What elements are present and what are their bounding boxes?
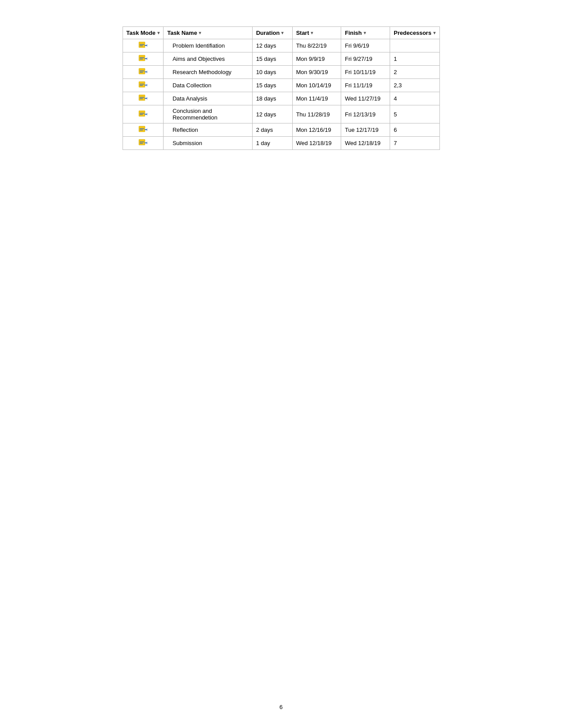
task-name-cell: Problem Identifiation	[164, 39, 253, 52]
task-mode-icon	[138, 41, 147, 49]
col-header-task-name[interactable]: Task Name ▾	[164, 27, 253, 39]
task-mode-cell	[123, 39, 164, 52]
col-header-finish[interactable]: Finish ▾	[341, 27, 390, 39]
task-name-cell: Conclusion andRecommendetion	[164, 105, 253, 123]
table-row[interactable]: Problem Identifiation12 daysThu 8/22/19F…	[123, 39, 439, 52]
duration-dropdown-icon[interactable]: ▾	[281, 30, 283, 35]
start-cell: Mon 9/30/19	[292, 66, 341, 79]
start-cell: Wed 12/18/19	[292, 137, 341, 150]
finish-header-label: Finish	[345, 30, 361, 36]
svg-rect-14	[140, 85, 143, 86]
task-name-dropdown-icon[interactable]: ▾	[199, 30, 201, 35]
task-name-cell: Data Analysis	[164, 92, 253, 105]
page-container: Task Mode ▾ Task Name ▾ Duration ▾	[0, 0, 562, 176]
task-mode-cell	[123, 66, 164, 79]
task-mode-cell	[123, 79, 164, 92]
duration-cell: 12 days	[252, 105, 292, 123]
svg-rect-5	[140, 57, 144, 58]
svg-rect-30	[140, 143, 143, 144]
finish-cell: Wed 11/27/19	[341, 92, 390, 105]
svg-rect-2	[140, 45, 143, 46]
duration-cell: 12 days	[252, 39, 292, 52]
finish-cell: Fri 9/6/19	[341, 39, 390, 52]
svg-rect-1	[140, 44, 144, 45]
task-mode-icon	[138, 94, 147, 102]
start-cell: Thu 11/28/19	[292, 105, 341, 123]
predecessors-cell: 5	[390, 105, 439, 123]
task-mode-cell	[123, 52, 164, 66]
task-name-cell: Submission	[164, 137, 253, 150]
table-row[interactable]: Data Collection15 daysMon 10/14/19Fri 11…	[123, 79, 439, 92]
col-header-task-mode[interactable]: Task Mode ▾	[123, 27, 164, 39]
start-cell: Mon 9/9/19	[292, 52, 341, 66]
finish-cell: Wed 12/18/19	[341, 137, 390, 150]
svg-rect-13	[140, 84, 144, 85]
duration-cell: 15 days	[252, 79, 292, 92]
page-number: 6	[279, 704, 283, 710]
start-cell: Thu 8/22/19	[292, 39, 341, 52]
table-row[interactable]: Data Analysis18 daysMon 11/4/19Wed 11/27…	[123, 92, 439, 105]
task-mode-header-label: Task Mode	[127, 30, 156, 36]
duration-cell: 1 day	[252, 137, 292, 150]
predecessors-dropdown-icon[interactable]: ▾	[433, 30, 435, 35]
task-mode-icon	[138, 67, 147, 75]
task-mode-dropdown-icon[interactable]: ▾	[157, 30, 160, 35]
table-row[interactable]: Conclusion andRecommendetion12 daysThu 1…	[123, 105, 439, 123]
task-name-cell: Aims and Objectives	[164, 52, 253, 66]
predecessors-header-label: Predecessors	[394, 30, 431, 36]
table-row[interactable]: Submission1 dayWed 12/18/19Wed 12/18/197	[123, 137, 439, 150]
finish-cell: Tue 12/17/19	[341, 123, 390, 137]
predecessors-cell	[390, 39, 439, 52]
table-row[interactable]: Research Methodology10 daysMon 9/30/19Fr…	[123, 66, 439, 79]
svg-rect-25	[140, 128, 144, 129]
predecessors-cell: 7	[390, 137, 439, 150]
svg-rect-9	[140, 71, 144, 71]
task-mode-icon	[138, 81, 147, 89]
col-header-duration[interactable]: Duration ▾	[252, 27, 292, 39]
finish-cell: Fri 9/27/19	[341, 52, 390, 66]
gantt-table: Task Mode ▾ Task Name ▾ Duration ▾	[123, 26, 440, 150]
svg-rect-21	[140, 113, 144, 114]
start-dropdown-icon[interactable]: ▾	[311, 30, 313, 35]
finish-cell: Fri 12/13/19	[341, 105, 390, 123]
duration-cell: 15 days	[252, 52, 292, 66]
task-mode-icon	[138, 138, 147, 146]
svg-rect-22	[140, 114, 143, 115]
task-name-cell: Reflection	[164, 123, 253, 137]
finish-dropdown-icon[interactable]: ▾	[364, 30, 366, 35]
task-mode-cell	[123, 137, 164, 150]
predecessors-cell: 2	[390, 66, 439, 79]
duration-cell: 10 days	[252, 66, 292, 79]
finish-cell: Fri 10/11/19	[341, 66, 390, 79]
task-mode-cell	[123, 105, 164, 123]
svg-rect-26	[140, 130, 143, 131]
task-name-header-label: Task Name	[167, 30, 197, 36]
predecessors-cell: 1	[390, 52, 439, 66]
duration-cell: 18 days	[252, 92, 292, 105]
table-row[interactable]: Reflection2 daysMon 12/16/19Tue 12/17/19…	[123, 123, 439, 137]
table-row[interactable]: Aims and Objectives15 daysMon 9/9/19Fri …	[123, 52, 439, 66]
svg-rect-6	[140, 59, 143, 60]
task-mode-icon	[138, 110, 147, 118]
table-header-row: Task Mode ▾ Task Name ▾ Duration ▾	[123, 27, 439, 39]
task-mode-icon	[138, 54, 147, 62]
predecessors-cell: 4	[390, 92, 439, 105]
svg-rect-17	[140, 97, 144, 98]
task-mode-cell	[123, 123, 164, 137]
task-mode-cell	[123, 92, 164, 105]
start-cell: Mon 11/4/19	[292, 92, 341, 105]
task-mode-icon	[138, 125, 147, 133]
svg-rect-29	[140, 142, 144, 142]
svg-rect-10	[140, 72, 143, 73]
table-body: Problem Identifiation12 daysThu 8/22/19F…	[123, 39, 439, 150]
predecessors-cell: 2,3	[390, 79, 439, 92]
predecessors-cell: 6	[390, 123, 439, 137]
task-name-cell: Data Collection	[164, 79, 253, 92]
start-cell: Mon 12/16/19	[292, 123, 341, 137]
task-name-cell: Research Methodology	[164, 66, 253, 79]
duration-cell: 2 days	[252, 123, 292, 137]
svg-rect-18	[140, 98, 143, 99]
col-header-predecessors[interactable]: Predecessors ▾	[390, 27, 439, 39]
col-header-start[interactable]: Start ▾	[292, 27, 341, 39]
start-header-label: Start	[296, 30, 309, 36]
